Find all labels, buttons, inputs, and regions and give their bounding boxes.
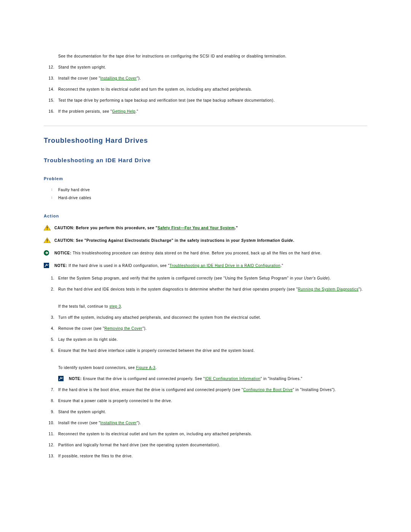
installing-the-cover-link-2[interactable]: Installing the Cover bbox=[100, 421, 137, 425]
step-text: Stand the system upright. bbox=[58, 65, 106, 69]
step-text: Stand the system upright. bbox=[58, 410, 106, 414]
svg-rect-1 bbox=[47, 227, 48, 228]
callout-text: . bbox=[293, 238, 294, 243]
callout-text: If the hard drive is used in a RAID conf… bbox=[68, 264, 170, 268]
callout-text: ." bbox=[235, 226, 238, 230]
svg-rect-7 bbox=[44, 263, 49, 268]
step-text: Ensure that a power cable is properly co… bbox=[58, 399, 172, 403]
step-text: If the problem persists, see " bbox=[58, 109, 112, 113]
getting-help-link[interactable]: Getting Help bbox=[112, 109, 135, 113]
step-text: Partition and logically format the hard … bbox=[58, 443, 220, 447]
svg-rect-4 bbox=[47, 239, 48, 241]
configuring-boot-drive-link[interactable]: Configuring the Boot Drive bbox=[243, 388, 293, 392]
step-text: Run the hard drive and IDE devices tests… bbox=[58, 287, 298, 291]
step-text: "). bbox=[358, 287, 363, 291]
step-number: 5. bbox=[44, 337, 54, 342]
figure-a3-link[interactable]: Figure A-3 bbox=[136, 366, 155, 370]
step-number: 1. bbox=[44, 275, 54, 281]
section-heading-troubleshooting-hard-drives: Troubleshooting Hard Drives bbox=[44, 137, 367, 145]
step-16: 16. If the problem persists, see "Gettin… bbox=[44, 109, 367, 114]
callout-text: Before you perform this procedure, see " bbox=[76, 226, 158, 230]
previous-section-steps-continued: 12. Stand the system upright. 13. Instal… bbox=[44, 64, 367, 114]
step-text: ). bbox=[328, 276, 331, 280]
nested-note-callout: NOTE: Ensure that the drive is configure… bbox=[58, 376, 367, 382]
ide-configuration-link[interactable]: IDE Configuration Information bbox=[205, 377, 260, 381]
system-information-guide: System Information Guide bbox=[241, 238, 293, 243]
action-step-10: 10. Install the cover (see "Installing t… bbox=[44, 420, 367, 426]
callout-text: This troubleshooting procedure can destr… bbox=[73, 251, 322, 255]
note-icon bbox=[44, 263, 51, 268]
step-text: Install the cover (see " bbox=[58, 76, 100, 80]
document-page: See the documentation for the tape drive… bbox=[0, 0, 411, 532]
note-icon bbox=[58, 376, 65, 381]
note-label: NOTE: bbox=[54, 264, 68, 268]
step-number: 11. bbox=[44, 431, 54, 437]
step-number: 14. bbox=[44, 86, 54, 92]
action-heading: Action bbox=[44, 214, 367, 218]
action-callouts: CAUTION: Before you perform this procedu… bbox=[44, 225, 367, 268]
caution-icon bbox=[44, 225, 51, 230]
step-15: 15. Test the tape drive by performing a … bbox=[44, 97, 367, 103]
step-number: 9. bbox=[44, 409, 54, 415]
running-system-diagnostics-link[interactable]: Running the System Diagnostics bbox=[298, 287, 359, 291]
action-step-12: 12. Partition and logically format the h… bbox=[44, 442, 367, 448]
problem-list: Faulty hard drive Hard-drive cables bbox=[44, 188, 367, 200]
step-text: Turn off the system, including any attac… bbox=[58, 315, 261, 320]
svg-rect-2 bbox=[47, 229, 48, 230]
caution-label: CAUTION: bbox=[54, 226, 76, 230]
section-divider bbox=[44, 126, 367, 126]
users-guide: User's Guide bbox=[304, 276, 328, 280]
callout-text: " in "Installing Drives." bbox=[261, 377, 303, 381]
action-steps: 1. Enter the System Setup program, and v… bbox=[44, 275, 367, 292]
step-14: 14. Reconnect the system to its electric… bbox=[44, 86, 367, 92]
safety-first-link[interactable]: Safety First—For You and Your System bbox=[158, 226, 235, 230]
subsection-heading-ide-hard-drive: Troubleshooting an IDE Hard Drive bbox=[44, 157, 367, 163]
step-number: 12. bbox=[44, 64, 54, 70]
installing-the-cover-link[interactable]: Installing the Cover bbox=[100, 76, 137, 80]
action-step-5: 5. Lay the system on its right side. bbox=[44, 337, 367, 342]
tape-drive-config-note: See the documentation for the tape drive… bbox=[44, 53, 367, 59]
action-steps-continued-2: 7. If the hard drive is the boot drive, … bbox=[44, 387, 367, 459]
callout-body: NOTE: If the hard drive is used in a RAI… bbox=[54, 263, 367, 268]
action-step-6: 6. Ensure that the hard drive interface … bbox=[44, 348, 367, 353]
step-number: 2. bbox=[44, 286, 54, 292]
action-step-4: 4. Remove the cover (see "Removing the C… bbox=[44, 326, 367, 331]
step-text: Ensure that the hard drive interface cab… bbox=[58, 348, 255, 353]
svg-rect-5 bbox=[47, 241, 48, 242]
action-step-9: 9. Stand the system upright. bbox=[44, 409, 367, 415]
callout-body: CAUTION: Before you perform this procedu… bbox=[54, 225, 367, 231]
step-text: Reconnect the system to its electrical o… bbox=[58, 87, 252, 91]
svg-rect-8 bbox=[58, 376, 64, 381]
step-text: . bbox=[156, 366, 157, 370]
step-number: 15. bbox=[44, 97, 54, 103]
action-step-11: 11. Reconnect the system to its electric… bbox=[44, 431, 367, 437]
tests-fail-note: If the tests fail, continue to step 3. bbox=[58, 304, 367, 309]
step-text: Test the tape drive by performing a tape… bbox=[58, 98, 275, 102]
step-text: "). bbox=[137, 76, 141, 80]
action-step-13: 13. If possible, restore the files to th… bbox=[44, 453, 367, 459]
step-number: 10. bbox=[44, 420, 54, 426]
action-step-2: 2. Run the hard drive and IDE devices te… bbox=[44, 286, 367, 292]
step-text: Install the cover (see " bbox=[58, 421, 100, 425]
step-3-link[interactable]: step 3 bbox=[109, 304, 121, 308]
step-number: 13. bbox=[44, 75, 54, 81]
step-number: 8. bbox=[44, 398, 54, 404]
step-text: . bbox=[121, 304, 122, 308]
step-text: Reconnect the system to its electrical o… bbox=[58, 432, 252, 436]
step-text: If possible, restore the files to the dr… bbox=[58, 454, 133, 458]
note-label: NOTE: bbox=[69, 377, 83, 381]
caution-icon bbox=[44, 238, 51, 243]
raid-configuration-link[interactable]: Troubleshooting an IDE Hard Drive in a R… bbox=[169, 264, 280, 268]
step-number: 13. bbox=[44, 453, 54, 459]
caution-callout: CAUTION: Before you perform this procedu… bbox=[44, 225, 367, 231]
notice-callout: NOTICE: This troubleshooting procedure c… bbox=[44, 250, 367, 256]
action-step-7: 7. If the hard drive is the boot drive, … bbox=[44, 387, 367, 393]
notice-icon bbox=[44, 250, 51, 256]
action-step-1: 1. Enter the System Setup program, and v… bbox=[44, 275, 367, 281]
removing-the-cover-link[interactable]: Removing the Cover bbox=[104, 326, 142, 331]
note-callout: NOTE: If the hard drive is used in a RAI… bbox=[44, 263, 367, 268]
step-text: ." bbox=[135, 109, 138, 113]
step-text: " in "Installing Drives"). bbox=[293, 388, 336, 392]
step-text: If the tests fail, continue to bbox=[58, 304, 109, 308]
list-item: Faulty hard drive bbox=[51, 188, 367, 192]
